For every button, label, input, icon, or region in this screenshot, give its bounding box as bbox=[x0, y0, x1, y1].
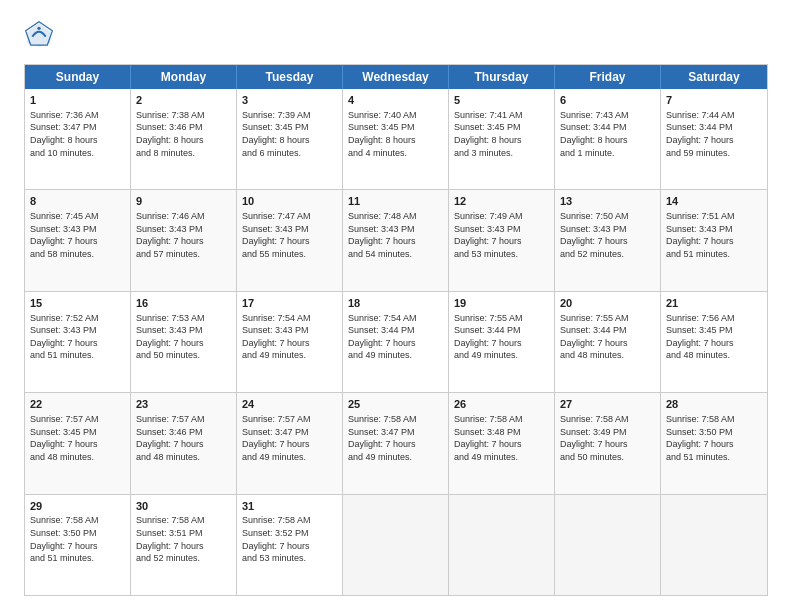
day-number: 20 bbox=[560, 296, 655, 311]
cell-line: and 57 minutes. bbox=[136, 248, 231, 261]
cell-line: Daylight: 7 hours bbox=[30, 540, 125, 553]
day-cell-9: 9Sunrise: 7:46 AMSunset: 3:43 PMDaylight… bbox=[131, 190, 237, 290]
cell-line: Sunset: 3:50 PM bbox=[666, 426, 762, 439]
day-number: 21 bbox=[666, 296, 762, 311]
cell-line: and 8 minutes. bbox=[136, 147, 231, 160]
day-cell-21: 21Sunrise: 7:56 AMSunset: 3:45 PMDayligh… bbox=[661, 292, 767, 392]
header bbox=[24, 20, 768, 50]
day-cell-10: 10Sunrise: 7:47 AMSunset: 3:43 PMDayligh… bbox=[237, 190, 343, 290]
header-day-thursday: Thursday bbox=[449, 65, 555, 89]
cell-line: Sunrise: 7:50 AM bbox=[560, 210, 655, 223]
cell-line: and 49 minutes. bbox=[454, 349, 549, 362]
header-day-wednesday: Wednesday bbox=[343, 65, 449, 89]
day-cell-12: 12Sunrise: 7:49 AMSunset: 3:43 PMDayligh… bbox=[449, 190, 555, 290]
cell-line: and 49 minutes. bbox=[242, 451, 337, 464]
day-number: 5 bbox=[454, 93, 549, 108]
day-cell-26: 26Sunrise: 7:58 AMSunset: 3:48 PMDayligh… bbox=[449, 393, 555, 493]
cell-line: Sunrise: 7:41 AM bbox=[454, 109, 549, 122]
cell-line: Daylight: 8 hours bbox=[560, 134, 655, 147]
day-number: 11 bbox=[348, 194, 443, 209]
page: SundayMondayTuesdayWednesdayThursdayFrid… bbox=[0, 0, 792, 612]
header-day-saturday: Saturday bbox=[661, 65, 767, 89]
cell-line: Sunrise: 7:54 AM bbox=[348, 312, 443, 325]
cell-line: Daylight: 7 hours bbox=[242, 235, 337, 248]
empty-cell bbox=[449, 495, 555, 595]
day-cell-30: 30Sunrise: 7:58 AMSunset: 3:51 PMDayligh… bbox=[131, 495, 237, 595]
calendar-row-2: 8Sunrise: 7:45 AMSunset: 3:43 PMDaylight… bbox=[25, 189, 767, 290]
cell-line: Sunrise: 7:40 AM bbox=[348, 109, 443, 122]
logo bbox=[24, 20, 58, 50]
cell-line: Sunrise: 7:47 AM bbox=[242, 210, 337, 223]
cell-line: Sunset: 3:44 PM bbox=[348, 324, 443, 337]
day-cell-18: 18Sunrise: 7:54 AMSunset: 3:44 PMDayligh… bbox=[343, 292, 449, 392]
cell-line: Sunrise: 7:49 AM bbox=[454, 210, 549, 223]
cell-line: Sunset: 3:48 PM bbox=[454, 426, 549, 439]
cell-line: Daylight: 7 hours bbox=[666, 134, 762, 147]
day-cell-1: 1Sunrise: 7:36 AMSunset: 3:47 PMDaylight… bbox=[25, 89, 131, 189]
cell-line: and 49 minutes. bbox=[454, 451, 549, 464]
day-number: 28 bbox=[666, 397, 762, 412]
header-day-sunday: Sunday bbox=[25, 65, 131, 89]
cell-line: and 50 minutes. bbox=[136, 349, 231, 362]
cell-line: and 48 minutes. bbox=[30, 451, 125, 464]
cell-line: Sunrise: 7:51 AM bbox=[666, 210, 762, 223]
cell-line: Sunset: 3:51 PM bbox=[136, 527, 231, 540]
cell-line: Sunrise: 7:43 AM bbox=[560, 109, 655, 122]
cell-line: Sunrise: 7:58 AM bbox=[454, 413, 549, 426]
cell-line: Daylight: 8 hours bbox=[454, 134, 549, 147]
cell-line: Sunrise: 7:48 AM bbox=[348, 210, 443, 223]
empty-cell bbox=[343, 495, 449, 595]
cell-line: Sunset: 3:46 PM bbox=[136, 121, 231, 134]
cell-line: Sunrise: 7:44 AM bbox=[666, 109, 762, 122]
header-day-tuesday: Tuesday bbox=[237, 65, 343, 89]
cell-line: Sunrise: 7:56 AM bbox=[666, 312, 762, 325]
cell-line: and 1 minute. bbox=[560, 147, 655, 160]
day-number: 17 bbox=[242, 296, 337, 311]
cell-line: Daylight: 7 hours bbox=[242, 438, 337, 451]
cell-line: and 48 minutes. bbox=[560, 349, 655, 362]
cell-line: and 52 minutes. bbox=[136, 552, 231, 565]
day-cell-17: 17Sunrise: 7:54 AMSunset: 3:43 PMDayligh… bbox=[237, 292, 343, 392]
day-cell-11: 11Sunrise: 7:48 AMSunset: 3:43 PMDayligh… bbox=[343, 190, 449, 290]
cell-line: Sunset: 3:43 PM bbox=[560, 223, 655, 236]
cell-line: Sunrise: 7:57 AM bbox=[242, 413, 337, 426]
cell-line: Sunset: 3:43 PM bbox=[136, 324, 231, 337]
cell-line: Sunrise: 7:36 AM bbox=[30, 109, 125, 122]
day-cell-25: 25Sunrise: 7:58 AMSunset: 3:47 PMDayligh… bbox=[343, 393, 449, 493]
cell-line: Daylight: 7 hours bbox=[30, 438, 125, 451]
cell-line: Daylight: 7 hours bbox=[242, 540, 337, 553]
cell-line: and 4 minutes. bbox=[348, 147, 443, 160]
day-cell-4: 4Sunrise: 7:40 AMSunset: 3:45 PMDaylight… bbox=[343, 89, 449, 189]
cell-line: Sunset: 3:50 PM bbox=[30, 527, 125, 540]
cell-line: and 48 minutes. bbox=[666, 349, 762, 362]
cell-line: Daylight: 7 hours bbox=[454, 337, 549, 350]
day-cell-20: 20Sunrise: 7:55 AMSunset: 3:44 PMDayligh… bbox=[555, 292, 661, 392]
cell-line: and 51 minutes. bbox=[30, 552, 125, 565]
cell-line: and 3 minutes. bbox=[454, 147, 549, 160]
day-cell-6: 6Sunrise: 7:43 AMSunset: 3:44 PMDaylight… bbox=[555, 89, 661, 189]
empty-cell bbox=[661, 495, 767, 595]
day-number: 2 bbox=[136, 93, 231, 108]
day-number: 14 bbox=[666, 194, 762, 209]
cell-line: Sunrise: 7:38 AM bbox=[136, 109, 231, 122]
cell-line: and 48 minutes. bbox=[136, 451, 231, 464]
day-cell-5: 5Sunrise: 7:41 AMSunset: 3:45 PMDaylight… bbox=[449, 89, 555, 189]
day-number: 26 bbox=[454, 397, 549, 412]
cell-line: Daylight: 8 hours bbox=[242, 134, 337, 147]
cell-line: Daylight: 7 hours bbox=[348, 337, 443, 350]
calendar-row-4: 22Sunrise: 7:57 AMSunset: 3:45 PMDayligh… bbox=[25, 392, 767, 493]
cell-line: Sunrise: 7:55 AM bbox=[454, 312, 549, 325]
cell-line: Sunrise: 7:58 AM bbox=[560, 413, 655, 426]
cell-line: Sunset: 3:43 PM bbox=[30, 324, 125, 337]
day-number: 12 bbox=[454, 194, 549, 209]
header-day-friday: Friday bbox=[555, 65, 661, 89]
day-number: 27 bbox=[560, 397, 655, 412]
cell-line: Sunset: 3:45 PM bbox=[666, 324, 762, 337]
cell-line: and 52 minutes. bbox=[560, 248, 655, 261]
cell-line: and 10 minutes. bbox=[30, 147, 125, 160]
day-cell-13: 13Sunrise: 7:50 AMSunset: 3:43 PMDayligh… bbox=[555, 190, 661, 290]
cell-line: and 51 minutes. bbox=[666, 451, 762, 464]
cell-line: Daylight: 7 hours bbox=[136, 235, 231, 248]
day-number: 13 bbox=[560, 194, 655, 209]
cell-line: and 51 minutes. bbox=[30, 349, 125, 362]
